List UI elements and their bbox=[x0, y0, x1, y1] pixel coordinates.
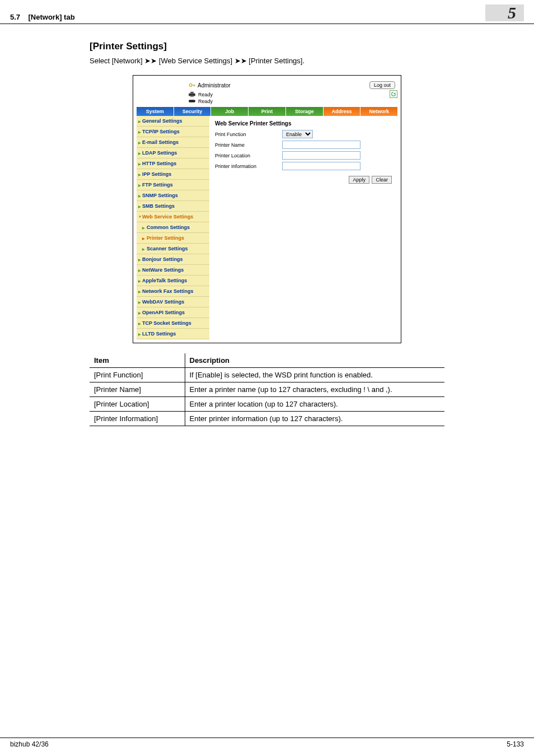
printer-status: Ready bbox=[188, 91, 390, 97]
sidebar-item-http[interactable]: HTTP Settings bbox=[137, 158, 209, 169]
sidebar-item-netware[interactable]: NetWare Settings bbox=[137, 265, 209, 276]
tab-system[interactable]: System bbox=[137, 107, 174, 116]
sidebar-item-snmp[interactable]: SNMP Settings bbox=[137, 190, 209, 201]
tab-network[interactable]: Network bbox=[360, 107, 397, 116]
sidebar-sub-printer[interactable]: Printer Settings bbox=[137, 233, 209, 244]
sidebar-item-lltd[interactable]: LLTD Settings bbox=[137, 329, 209, 339]
key-icon bbox=[188, 81, 196, 89]
sidebar-sub-scanner[interactable]: Scanner Settings bbox=[137, 244, 209, 254]
sidebar-item-email[interactable]: E-mail Settings bbox=[137, 137, 209, 148]
col-item: Item bbox=[90, 353, 185, 368]
sidebar-item-webservice[interactable]: Web Service Settings bbox=[137, 212, 209, 222]
status-block: Ready Ready bbox=[137, 90, 397, 107]
page-title: [Printer Settings] bbox=[90, 41, 444, 52]
sidebar-item-ldap[interactable]: LDAP Settings bbox=[137, 148, 209, 158]
sidebar-item-general[interactable]: General Settings bbox=[137, 116, 209, 127]
cell-item: [Printer Information] bbox=[90, 412, 185, 426]
tab-strip: System Security Job Print Storage Addres… bbox=[137, 107, 397, 116]
svg-rect-3 bbox=[190, 96, 194, 97]
sidebar-item-tcpip[interactable]: TCP/IP Settings bbox=[137, 127, 209, 137]
instruction-text: Select [Network] ➤➤ [Web Service Setting… bbox=[90, 57, 444, 65]
toner-icon bbox=[188, 98, 196, 104]
col-desc: Description bbox=[185, 353, 444, 368]
refresh-icon[interactable] bbox=[390, 90, 397, 98]
cell-desc: If [Enable] is selected, the WSD print f… bbox=[185, 368, 444, 382]
tab-print[interactable]: Print bbox=[248, 107, 285, 116]
sidebar-item-openapi[interactable]: OpenAPI Settings bbox=[137, 307, 209, 318]
admin-indicator: Administrator bbox=[188, 81, 231, 89]
sidebar-item-smb[interactable]: SMB Settings bbox=[137, 201, 209, 212]
section-title-small: [Network] tab bbox=[29, 13, 75, 21]
svg-rect-1 bbox=[189, 94, 195, 96]
apply-button[interactable]: Apply bbox=[349, 176, 369, 184]
svg-point-0 bbox=[189, 84, 192, 87]
footer-model: bizhub 42/36 bbox=[10, 740, 49, 748]
cell-item: [Print Function] bbox=[90, 368, 185, 382]
logout-button[interactable]: Log out bbox=[369, 81, 395, 89]
sidebar-item-appletalk[interactable]: AppleTalk Settings bbox=[137, 276, 209, 286]
section-ref: 5.7 [Network] tab bbox=[10, 13, 75, 21]
webapp-frame: Administrator Log out Ready Ready System… bbox=[133, 75, 401, 343]
row-print-function: Print Function Enable bbox=[215, 130, 392, 138]
input-printer-name[interactable] bbox=[282, 141, 360, 149]
toner-status-text: Ready bbox=[198, 99, 213, 104]
cell-item: [Printer Name] bbox=[90, 382, 185, 397]
button-row: Apply Clear bbox=[215, 176, 392, 184]
sidebar-item-tcpsocket[interactable]: TCP Socket Settings bbox=[137, 318, 209, 329]
admin-text: Administrator bbox=[198, 82, 231, 88]
pane-title: Web Service Printer Settings bbox=[215, 120, 392, 127]
sidebar: General Settings TCP/IP Settings E-mail … bbox=[137, 116, 209, 339]
table-row: [Print Function] If [Enable] is selected… bbox=[90, 368, 444, 382]
cell-desc: Enter a printer name (up to 127 characte… bbox=[185, 382, 444, 397]
topbar: Administrator Log out bbox=[137, 79, 397, 90]
app-body: General Settings TCP/IP Settings E-mail … bbox=[137, 116, 397, 339]
sidebar-item-ipp[interactable]: IPP Settings bbox=[137, 169, 209, 180]
svg-rect-4 bbox=[189, 100, 195, 102]
chapter-badge: 5 bbox=[485, 4, 524, 21]
table-row: [Printer Name] Enter a printer name (up … bbox=[90, 382, 444, 397]
tab-job[interactable]: Job bbox=[210, 107, 248, 116]
printer-status-text: Ready bbox=[198, 92, 213, 97]
section-number: 5.7 bbox=[10, 13, 20, 21]
tab-security[interactable]: Security bbox=[174, 107, 211, 116]
cell-item: [Printer Location] bbox=[90, 397, 185, 412]
tab-storage[interactable]: Storage bbox=[285, 107, 323, 116]
main-pane: Web Service Printer Settings Print Funct… bbox=[209, 116, 397, 339]
label-printer-name: Printer Name bbox=[215, 142, 282, 148]
toner-status: Ready bbox=[188, 98, 390, 104]
table-row: [Printer Information] Enter printer info… bbox=[90, 412, 444, 426]
table-row: [Printer Location] Enter a printer locat… bbox=[90, 397, 444, 412]
label-print-function: Print Function bbox=[215, 132, 282, 137]
svg-rect-2 bbox=[190, 92, 194, 94]
page-header: 5.7 [Network] tab 5 bbox=[0, 0, 534, 24]
sidebar-item-bonjour[interactable]: Bonjour Settings bbox=[137, 254, 209, 265]
description-table: Item Description [Print Function] If [En… bbox=[90, 353, 444, 426]
printer-icon bbox=[188, 91, 196, 97]
row-printer-information: Printer Information bbox=[215, 162, 392, 170]
label-printer-information: Printer Information bbox=[215, 164, 282, 169]
footer-page-num: 5-133 bbox=[507, 740, 524, 748]
sidebar-sub-common[interactable]: Common Settings bbox=[137, 222, 209, 233]
cell-desc: Enter printer information (up to 127 cha… bbox=[185, 412, 444, 426]
label-printer-location: Printer Location bbox=[215, 153, 282, 158]
sidebar-item-ftp[interactable]: FTP Settings bbox=[137, 180, 209, 190]
input-printer-information[interactable] bbox=[282, 162, 360, 170]
row-printer-location: Printer Location bbox=[215, 151, 392, 160]
input-printer-location[interactable] bbox=[282, 151, 360, 160]
sidebar-item-webdav[interactable]: WebDAV Settings bbox=[137, 297, 209, 307]
clear-button[interactable]: Clear bbox=[372, 176, 392, 184]
tab-address[interactable]: Address bbox=[323, 107, 360, 116]
page-footer: bizhub 42/36 5-133 bbox=[0, 738, 534, 748]
row-printer-name: Printer Name bbox=[215, 141, 392, 149]
cell-desc: Enter a printer location (up to 127 char… bbox=[185, 397, 444, 412]
sidebar-item-networkfax[interactable]: Network Fax Settings bbox=[137, 286, 209, 297]
select-print-function[interactable]: Enable bbox=[282, 130, 313, 138]
